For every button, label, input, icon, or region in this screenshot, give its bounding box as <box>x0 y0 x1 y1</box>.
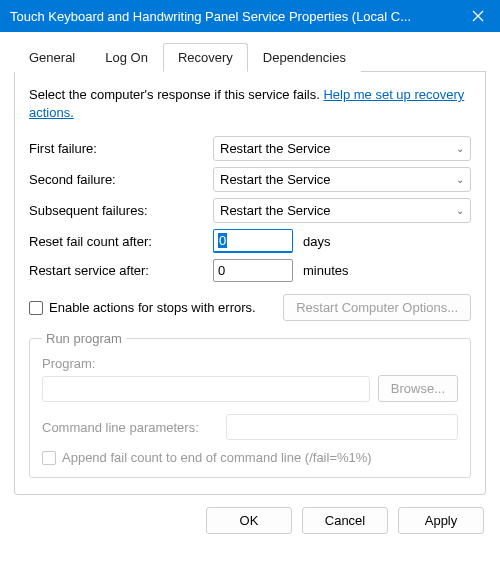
apply-button[interactable]: Apply <box>398 507 484 534</box>
subsequent-failures-select[interactable]: Restart the Service ⌄ <box>213 198 471 223</box>
reset-fail-count-input[interactable]: 0 <box>213 229 293 253</box>
ok-button[interactable]: OK <box>206 507 292 534</box>
restart-service-unit: minutes <box>303 263 349 278</box>
program-label: Program: <box>42 356 458 371</box>
row-second-failure: Second failure: Restart the Service ⌄ <box>29 167 471 192</box>
tab-log-on[interactable]: Log On <box>90 43 163 72</box>
row-first-failure: First failure: Restart the Service ⌄ <box>29 136 471 161</box>
enable-actions-label: Enable actions for stops with errors. <box>49 300 283 315</box>
chevron-down-icon: ⌄ <box>456 174 464 185</box>
close-button[interactable] <box>456 0 500 32</box>
enable-actions-checkbox[interactable] <box>29 301 43 315</box>
reset-fail-count-unit: days <box>303 234 330 249</box>
append-fail-count-checkbox <box>42 451 56 465</box>
append-fail-count-label: Append fail count to end of command line… <box>62 450 372 465</box>
restart-service-label: Restart service after: <box>29 263 213 278</box>
second-failure-value: Restart the Service <box>220 172 331 187</box>
browse-button: Browse... <box>378 375 458 402</box>
window-title: Touch Keyboard and Handwriting Panel Ser… <box>10 9 456 24</box>
second-failure-select[interactable]: Restart the Service ⌄ <box>213 167 471 192</box>
dialog-footer: OK Cancel Apply <box>0 495 500 546</box>
subsequent-failures-value: Restart the Service <box>220 203 331 218</box>
tab-strip: General Log On Recovery Dependencies <box>14 42 486 72</box>
close-icon <box>472 10 484 22</box>
title-bar: Touch Keyboard and Handwriting Panel Ser… <box>0 0 500 32</box>
intro-static: Select the computer's response if this s… <box>29 87 323 102</box>
run-program-legend: Run program <box>42 331 126 346</box>
second-failure-label: Second failure: <box>29 172 213 187</box>
first-failure-label: First failure: <box>29 141 213 156</box>
row-subsequent-failures: Subsequent failures: Restart the Service… <box>29 198 471 223</box>
tab-general[interactable]: General <box>14 43 90 72</box>
command-line-params-input <box>226 414 458 440</box>
subsequent-failures-label: Subsequent failures: <box>29 203 213 218</box>
first-failure-select[interactable]: Restart the Service ⌄ <box>213 136 471 161</box>
intro-text: Select the computer's response if this s… <box>29 86 471 122</box>
row-restart-service: Restart service after: 0 minutes <box>29 259 471 282</box>
dialog-content: General Log On Recovery Dependencies Sel… <box>0 32 500 495</box>
row-enable-actions: Enable actions for stops with errors. Re… <box>29 294 471 321</box>
run-program-group: Run program Program: Browse... Command l… <box>29 331 471 478</box>
chevron-down-icon: ⌄ <box>456 205 464 216</box>
reset-fail-count-value: 0 <box>218 233 227 248</box>
program-path-input <box>42 376 370 402</box>
chevron-down-icon: ⌄ <box>456 143 464 154</box>
first-failure-value: Restart the Service <box>220 141 331 156</box>
restart-service-input[interactable]: 0 <box>213 259 293 282</box>
cancel-button[interactable]: Cancel <box>302 507 388 534</box>
reset-fail-count-label: Reset fail count after: <box>29 234 213 249</box>
tab-dependencies[interactable]: Dependencies <box>248 43 361 72</box>
restart-computer-options-button: Restart Computer Options... <box>283 294 471 321</box>
restart-service-value: 0 <box>218 263 225 278</box>
command-line-params-label: Command line parameters: <box>42 420 218 435</box>
row-reset-fail-count: Reset fail count after: 0 days <box>29 229 471 253</box>
tab-recovery[interactable]: Recovery <box>163 43 248 72</box>
recovery-panel: Select the computer's response if this s… <box>14 72 486 495</box>
